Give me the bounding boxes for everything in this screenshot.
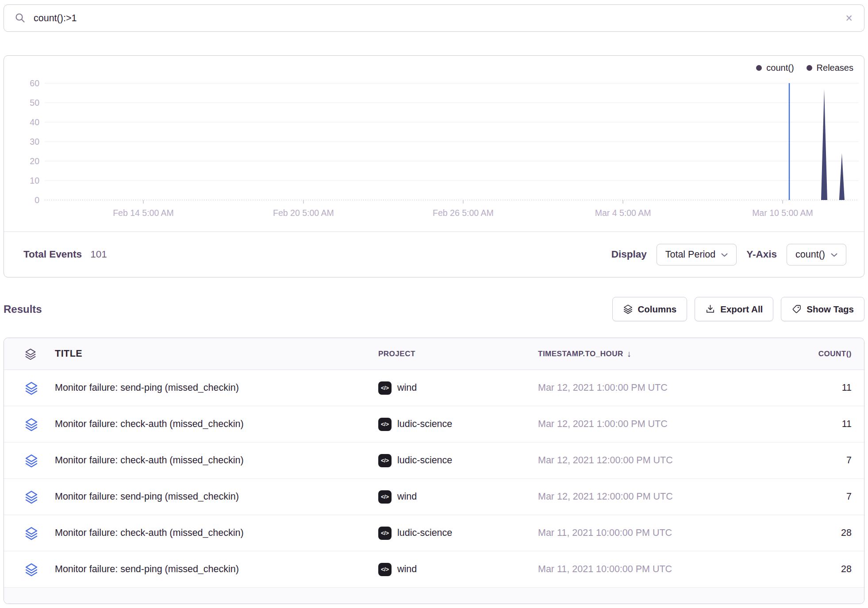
download-icon xyxy=(705,304,715,314)
project-cell: </> ludic-science xyxy=(378,527,538,540)
x-axis-tick-label: Feb 20 5:00 AM xyxy=(273,208,334,218)
display-dropdown-value: Total Period xyxy=(665,249,716,260)
table-row[interactable]: Monitor failure: check-auth (missed_chec… xyxy=(4,406,864,443)
code-platform-icon: </> xyxy=(378,418,392,431)
y-axis-tick-label: 20 xyxy=(30,156,39,166)
x-axis-tick-label: Feb 26 5:00 AM xyxy=(433,208,494,218)
yaxis-dropdown[interactable]: count() xyxy=(787,244,846,266)
timestamp-value: Mar 11, 2021 10:00:00 PM UTC xyxy=(538,527,758,539)
legend-item-releases[interactable]: Releases xyxy=(807,63,853,73)
table-row[interactable]: Monitor failure: send-ping (missed_check… xyxy=(4,370,864,406)
table-body: Monitor failure: send-ping (missed_check… xyxy=(4,370,864,588)
releases-legend-dot-icon xyxy=(807,65,812,71)
stack-icon xyxy=(24,562,38,577)
table-row[interactable]: Monitor failure: check-auth (missed_chec… xyxy=(4,515,864,551)
column-header-count[interactable]: COUNT() xyxy=(758,350,864,358)
events-chart-panel: count() Releases 6050403020100Feb 14 5:0… xyxy=(4,55,864,277)
table-row[interactable]: Monitor failure: send-ping (missed_check… xyxy=(4,551,864,588)
y-axis-tick-label: 0 xyxy=(35,195,39,205)
project-cell: </> wind xyxy=(378,490,538,504)
stack-icon xyxy=(24,526,38,540)
project-cell: </> wind xyxy=(378,563,538,576)
code-platform-icon: </> xyxy=(378,527,392,540)
timestamp-value: Mar 12, 2021 1:00:00 PM UTC xyxy=(538,419,758,430)
timestamp-value: Mar 12, 2021 1:00:00 PM UTC xyxy=(538,382,758,393)
table-footer xyxy=(4,588,864,604)
column-header-title[interactable]: TITLE xyxy=(48,348,378,359)
legend-item-count[interactable]: count() xyxy=(756,63,794,73)
columns-button[interactable]: Columns xyxy=(612,297,687,321)
search-input[interactable] xyxy=(34,13,838,24)
show-tags-button-label: Show Tags xyxy=(807,304,854,315)
timestamp-value: Mar 12, 2021 12:00:00 PM UTC xyxy=(538,455,758,466)
project-name: wind xyxy=(397,564,417,575)
project-cell: </> wind xyxy=(378,381,538,395)
code-platform-icon: </> xyxy=(378,563,392,576)
count-series-spike[interactable] xyxy=(821,89,827,200)
count-value: 28 xyxy=(758,564,864,575)
project-cell: </> ludic-science xyxy=(378,454,538,467)
stack-icon xyxy=(24,454,38,468)
export-all-button[interactable]: Export All xyxy=(695,297,773,321)
event-title[interactable]: Monitor failure: send-ping (missed_check… xyxy=(48,382,378,393)
y-axis-tick-label: 60 xyxy=(30,78,39,88)
show-tags-button[interactable]: Show Tags xyxy=(781,297,864,321)
stack-icon xyxy=(24,490,38,504)
y-axis-tick-label: 50 xyxy=(30,98,39,108)
sort-arrow-down-icon: ↓ xyxy=(627,349,632,359)
count-legend-dot-icon xyxy=(756,65,762,71)
count-value: 7 xyxy=(758,455,864,466)
display-dropdown[interactable]: Total Period xyxy=(657,244,737,266)
y-axis-tick-label: 10 xyxy=(30,176,39,185)
event-title[interactable]: Monitor failure: check-auth (missed_chec… xyxy=(48,419,378,430)
code-platform-icon: </> xyxy=(378,381,392,395)
count-value: 28 xyxy=(758,527,864,539)
close-icon[interactable]: × xyxy=(845,12,853,24)
timestamp-value: Mar 12, 2021 12:00:00 PM UTC xyxy=(538,491,758,502)
total-events-label: Total Events xyxy=(23,249,82,260)
tag-icon xyxy=(791,304,802,314)
event-title[interactable]: Monitor failure: send-ping (missed_check… xyxy=(48,491,378,502)
search-bar: × xyxy=(4,4,864,32)
layers-icon xyxy=(623,304,633,314)
legend-label: Releases xyxy=(817,63,853,73)
display-label: Display xyxy=(611,249,647,260)
code-platform-icon: </> xyxy=(378,454,392,467)
project-name: ludic-science xyxy=(397,419,452,430)
chart-legend: count() Releases xyxy=(756,63,853,73)
event-title[interactable]: Monitor failure: check-auth (missed_chec… xyxy=(48,527,378,539)
table-row[interactable]: Monitor failure: send-ping (missed_check… xyxy=(4,479,864,515)
count-series-spike[interactable] xyxy=(839,153,845,200)
count-value: 7 xyxy=(758,491,864,502)
timestamp-value: Mar 11, 2021 10:00:00 PM UTC xyxy=(538,564,758,575)
chevron-down-icon xyxy=(831,253,837,257)
columns-button-label: Columns xyxy=(638,304,677,315)
stack-icon xyxy=(24,417,38,431)
project-name: wind xyxy=(397,491,417,502)
y-axis-tick-label: 30 xyxy=(30,137,39,146)
yaxis-label: Y-Axis xyxy=(746,249,777,260)
column-header-project[interactable]: PROJECT xyxy=(378,350,538,358)
x-axis-tick-label: Feb 14 5:00 AM xyxy=(113,208,174,218)
project-cell: </> ludic-science xyxy=(378,418,538,431)
x-axis-tick-label: Mar 10 5:00 AM xyxy=(752,208,813,218)
stack-icon xyxy=(24,381,38,395)
results-table: TITLE PROJECT TIMESTAMP.TO_HOUR ↓ COUNT(… xyxy=(4,338,864,604)
stack-icon xyxy=(24,348,37,360)
count-value: 11 xyxy=(758,419,864,430)
results-heading: Results xyxy=(4,303,42,316)
event-title[interactable]: Monitor failure: send-ping (missed_check… xyxy=(48,564,378,575)
y-axis-tick-label: 40 xyxy=(30,117,39,127)
events-over-time-chart[interactable]: 6050403020100Feb 14 5:00 AMFeb 20 5:00 A… xyxy=(4,56,864,222)
code-platform-icon: </> xyxy=(378,490,392,504)
column-header-timestamp[interactable]: TIMESTAMP.TO_HOUR ↓ xyxy=(538,349,758,359)
total-events-value: 101 xyxy=(90,249,107,260)
search-icon xyxy=(15,12,26,24)
count-value: 11 xyxy=(758,382,864,393)
event-title[interactable]: Monitor failure: check-auth (missed_chec… xyxy=(48,455,378,466)
x-axis-tick-label: Mar 4 5:00 AM xyxy=(595,208,651,218)
table-row[interactable]: Monitor failure: check-auth (missed_chec… xyxy=(4,443,864,479)
project-name: ludic-science xyxy=(397,455,452,466)
project-name: ludic-science xyxy=(397,527,452,539)
export-all-button-label: Export All xyxy=(720,304,763,315)
